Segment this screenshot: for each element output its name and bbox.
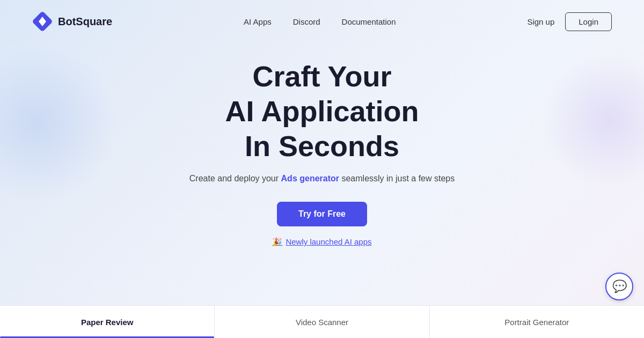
- hero-subtitle-prefix: Create and deploy your: [189, 174, 281, 183]
- nav-auth: Sign up Login: [527, 12, 612, 31]
- logo[interactable]: BotSquare: [32, 11, 112, 32]
- hero-subtitle-suffix: seamlessly in just a few steps: [339, 174, 455, 183]
- nav-ai-apps[interactable]: AI Apps: [244, 17, 272, 26]
- new-apps-link[interactable]: 🎉 Newly launched AI apps: [272, 237, 371, 247]
- botsquare-logo-icon: [32, 11, 53, 32]
- login-button[interactable]: Login: [565, 12, 612, 31]
- hero-title-line2: AI Application: [225, 95, 419, 127]
- hero-subtitle: Create and deploy your Ads generator sea…: [189, 172, 455, 186]
- new-apps-emoji: 🎉: [272, 237, 282, 247]
- chat-bubble-button[interactable]: 💬: [605, 273, 633, 300]
- tab-video-scanner[interactable]: Video Scanner: [215, 306, 429, 338]
- try-for-free-button[interactable]: Try for Free: [277, 202, 367, 226]
- new-apps-label: Newly launched AI apps: [286, 237, 371, 246]
- nav-documentation[interactable]: Documentation: [342, 17, 396, 26]
- nav-discord[interactable]: Discord: [293, 17, 320, 26]
- nav-links: AI Apps Discord Documentation: [244, 17, 396, 26]
- tab-paper-review[interactable]: Paper Review: [0, 306, 215, 338]
- brand-name: BotSquare: [58, 16, 112, 28]
- tabs-section: Paper Review Video Scanner Portrait Gene…: [0, 305, 644, 338]
- hero-section: Craft Your AI Application In Seconds Cre…: [0, 43, 644, 268]
- hero-title-line3: In Seconds: [245, 130, 399, 162]
- chat-bubble-icon: 💬: [612, 280, 627, 293]
- tab-portrait-generator[interactable]: Portrait Generator: [430, 306, 644, 338]
- hero-subtitle-highlight: Ads generator: [281, 174, 339, 183]
- sign-up-link[interactable]: Sign up: [527, 17, 554, 26]
- hero-title-line1: Craft Your: [252, 60, 391, 92]
- hero-title: Craft Your AI Application In Seconds: [225, 59, 419, 163]
- tabs-row: Paper Review Video Scanner Portrait Gene…: [0, 306, 644, 338]
- navbar: BotSquare AI Apps Discord Documentation …: [0, 0, 644, 43]
